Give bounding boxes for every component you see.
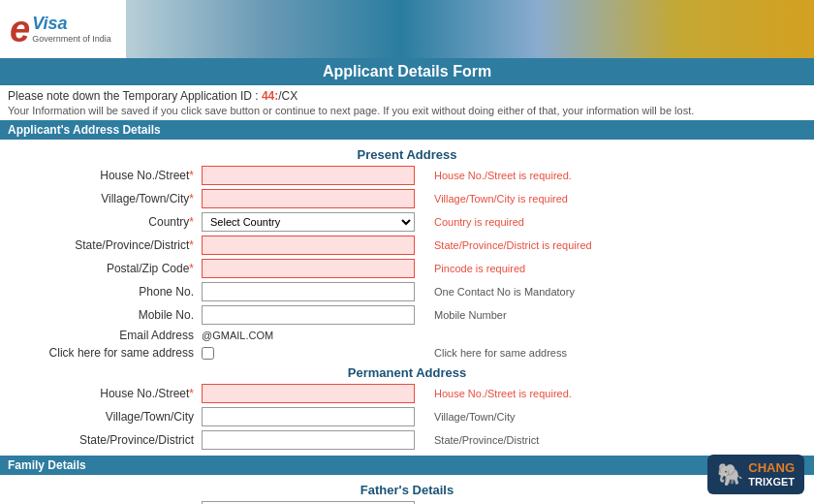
same-address-label: Click here for same address [8, 346, 202, 360]
temp-id-line: Please note down the Temporary Applicati… [8, 89, 806, 103]
state-label: State/Province/District* [8, 238, 202, 252]
house-street-row: House No./Street* House No./Street is re… [0, 164, 814, 187]
village-label: Village/Town/City* [8, 192, 202, 205]
email-display: @GMAIL.COM [202, 329, 273, 342]
elephant-icon: 🐘 [717, 462, 743, 488]
mobile-note: Mobile Number [415, 309, 806, 321]
bottom-logo-name: CHANG [748, 460, 795, 476]
bottom-logo: 🐘 CHANG TRIXGET [707, 455, 804, 494]
father-details-form: Father's Details Name * Applicant's Fath… [0, 475, 814, 504]
postal-label: Postal/Zip Code* [8, 262, 202, 275]
village-input[interactable] [202, 189, 415, 208]
postal-note: Pincode is required [415, 263, 806, 274]
perm-state-row: State/Province/District State/Province/D… [0, 428, 814, 452]
father-details-title: Father's Details [0, 479, 814, 499]
perm-village-input-wrap [202, 407, 415, 426]
perm-house-input[interactable] [202, 384, 415, 403]
present-address-title: Present Address [0, 143, 814, 164]
perm-village-label: Village/Town/City [8, 410, 202, 424]
perm-house-row: House No./Street* House No./Street is re… [0, 382, 814, 405]
temp-id-value: 44: [262, 89, 278, 103]
phone-note: One Contact No is Mandatory [415, 286, 806, 298]
house-street-label: House No./Street* [8, 169, 202, 182]
same-address-checkbox[interactable] [202, 347, 214, 360]
logo-e: e [10, 11, 30, 47]
notice-area: Please note down the Temporary Applicati… [0, 85, 814, 120]
perm-state-input[interactable] [202, 430, 415, 450]
perm-state-label: State/Province/District [8, 433, 202, 447]
perm-house-label: House No./Street* [8, 387, 202, 400]
logo-tagline: Government of India [32, 34, 111, 44]
mobile-input[interactable] [202, 305, 415, 325]
village-input-wrap [202, 189, 415, 208]
email-label: Email Address [8, 329, 202, 342]
same-address-checkbox-wrap [202, 347, 415, 360]
state-row: State/Province/District* State/Province/… [0, 234, 814, 257]
perm-state-note: State/Province/District [415, 434, 806, 446]
state-note: State/Province/District is required [415, 239, 806, 251]
postal-input-wrap [202, 259, 415, 278]
perm-state-input-wrap [202, 430, 415, 450]
perm-house-input-wrap [202, 384, 415, 403]
phone-input-wrap [202, 282, 415, 301]
same-address-row: Click here for same address Click here f… [0, 344, 814, 362]
mobile-input-wrap [202, 305, 415, 325]
same-address-note: Click here for same address [415, 347, 806, 359]
bottom-logo-name2: TRIXGET [748, 476, 795, 488]
state-input[interactable] [202, 236, 415, 255]
mobile-label: Mobile No. [8, 308, 202, 322]
postal-input[interactable] [202, 259, 415, 278]
present-address-form: Present Address House No./Street* House … [0, 140, 814, 456]
permanent-address-title: Permanent Address [0, 362, 814, 382]
village-row: Village/Town/City* Village/Town/City is … [0, 187, 814, 210]
country-note: Country is required [415, 216, 806, 228]
phone-label: Phone No. [8, 285, 202, 299]
house-street-note: House No./Street is required. [415, 170, 806, 181]
page-title: Applicant Details Form [323, 63, 491, 79]
mobile-row: Mobile No. Mobile Number [0, 303, 814, 327]
country-select[interactable]: Select Country [202, 212, 415, 232]
header: e Visa Government of India [0, 0, 814, 58]
phone-input[interactable] [202, 282, 415, 301]
logo-area: e Visa Government of India [0, 0, 126, 58]
email-row: Email Address @GMAIL.COM [0, 327, 814, 344]
perm-village-row: Village/Town/City Village/Town/City [0, 405, 814, 428]
house-street-input[interactable] [202, 166, 415, 185]
family-section-header: Family Details [0, 456, 814, 475]
postal-row: Postal/Zip Code* Pincode is required [0, 257, 814, 280]
perm-house-note: House No./Street is required. [415, 388, 806, 399]
phone-row: Phone No. One Contact No is Mandatory [0, 280, 814, 303]
father-name-row: Name * Applicant's Father Number [0, 499, 814, 504]
house-street-input-wrap [202, 166, 415, 185]
info-line: Your Information will be saved if you cl… [8, 105, 806, 116]
temp-id-suffix: /CX [278, 89, 297, 103]
email-display-wrap: @GMAIL.COM [202, 329, 415, 342]
country-input-wrap: Select Country [202, 212, 415, 232]
bottom-logo-text: CHANG TRIXGET [748, 460, 795, 488]
country-label: Country* [8, 215, 202, 229]
logo-visa: Visa [32, 15, 111, 34]
perm-village-input[interactable] [202, 407, 415, 426]
temp-id-prefix: Please note down the Temporary Applicati… [8, 89, 262, 103]
perm-village-note: Village/Town/City [415, 411, 806, 423]
country-row: Country* Select Country Country is requi… [0, 210, 814, 234]
village-note: Village/Town/City is required [415, 193, 806, 205]
address-section-header: Applicant's Address Details [0, 120, 814, 140]
state-input-wrap [202, 236, 415, 255]
page-title-bar: Applicant Details Form [0, 58, 814, 85]
